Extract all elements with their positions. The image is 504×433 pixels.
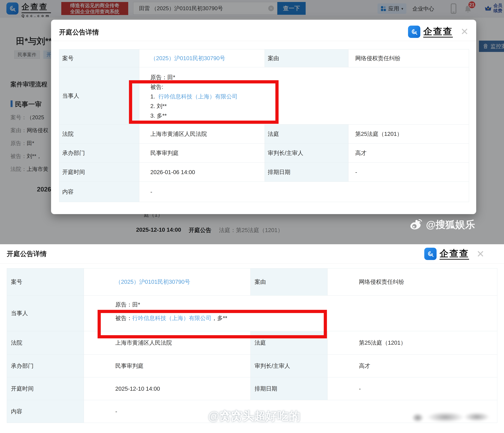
time-label-cell: 开庭时间 <box>59 163 139 182</box>
weibo-icon <box>409 219 423 231</box>
cause-label-cell: 案由 <box>265 49 349 67</box>
schedule-label-cell: 排期日期 <box>251 377 328 400</box>
dept-label-cell: 承办部门 <box>59 144 139 163</box>
modal-brand-text: 企查查 <box>423 26 453 37</box>
judge-label-cell: 审判长/主审人 <box>265 144 349 163</box>
modal-title: 开庭公告详情 <box>59 28 99 37</box>
close-icon: ✕ <box>477 249 485 259</box>
modal-title: 开庭公告详情 <box>7 249 47 258</box>
case-no-label-cell: 案号 <box>7 269 84 296</box>
case-number-link[interactable]: （2025）沪0101民初30790号 <box>115 278 190 286</box>
modal-header-divider <box>51 41 476 41</box>
page: 企查查 Qcc.com 缔造有远见的商业传奇 全国企业信用查询系统 ✕ 查一下 … <box>0 0 504 433</box>
court-label-cell: 法院 <box>59 125 139 144</box>
judge-value-cell: 高才 <box>349 144 469 163</box>
sohu-watermark: @搜狐娱乐 <box>409 218 475 231</box>
content-label-cell: 内容 <box>59 182 139 202</box>
cause-label-cell: 案由 <box>251 269 328 296</box>
modal-header-divider <box>0 263 504 263</box>
parties-label-cell: 当事人 <box>7 296 84 331</box>
judge-label-cell: 审判长/主审人 <box>251 355 328 377</box>
plaintiff-line: 原告：田* <box>115 298 497 311</box>
modal-brand: 企查查 <box>408 26 453 38</box>
schedule-value-cell: - <box>349 163 469 182</box>
wowotou-watermark: @窝窝头超好吃的 <box>189 408 300 424</box>
schedule-value-cell: - <box>328 377 497 400</box>
modal-brand-text: 企查查 <box>440 248 469 260</box>
case-no-label-cell: 案号 <box>59 49 139 67</box>
room-value-cell: 第25法庭（1201） <box>328 331 497 355</box>
hearing-detail-modal-bottom: 开庭公告详情 企查查 ✕ 案号 （2025）沪0101民初30790号 案由 网… <box>0 244 504 433</box>
time-label-cell: 开庭时间 <box>7 377 84 400</box>
content-label-cell: 内容 <box>7 400 84 423</box>
close-icon: ✕ <box>460 26 468 37</box>
case-no-value-cell: （2025）沪0101民初30790号 <box>139 49 265 67</box>
modal-close-button[interactable]: ✕ <box>460 27 468 36</box>
room-label-cell: 法庭 <box>265 125 349 144</box>
room-value-cell: 第25法庭（1201） <box>349 125 469 144</box>
parties-label-cell: 当事人 <box>59 67 139 125</box>
content-value-cell: - <box>139 182 469 202</box>
qcc-mini-logo-icon <box>408 26 420 38</box>
sohu-watermark-text: @搜狐娱乐 <box>426 218 475 231</box>
hearing-detail-table: 案号 （2025）沪0101民初30790号 案由 网络侵权责任纠纷 当事人 原… <box>59 49 469 202</box>
time-value-cell: 2025-12-10 14:00 <box>84 377 251 400</box>
case-number-link[interactable]: （2025）沪0101民初30790号 <box>150 54 225 62</box>
judge-value-cell: 高才 <box>328 355 497 377</box>
modal-brand: 企查查 <box>424 248 469 260</box>
cause-value-cell: 网络侵权责任纠纷 <box>349 49 469 67</box>
modal-close-button[interactable]: ✕ <box>477 249 485 259</box>
wowotou-watermark-text: @窝窝头超好吃的 <box>208 408 300 424</box>
qcc-mini-logo-icon <box>424 248 437 260</box>
schedule-label-cell: 排期日期 <box>265 163 349 182</box>
cause-value-cell: 网络侵权责任纠纷 <box>328 269 497 296</box>
time-value-cell: 2026-01-06 14:00 <box>139 163 265 182</box>
hearing-detail-table: 案号 （2025）沪0101民初30790号 案由 网络侵权责任纠纷 当事人 原… <box>7 268 497 423</box>
defendants-highlight-box <box>98 310 327 338</box>
smudged-watermark <box>408 406 492 428</box>
dept-value-cell: 民事审判庭 <box>84 355 251 377</box>
defendants-highlight-box <box>129 80 279 124</box>
case-no-value-cell: （2025）沪0101民初30790号 <box>84 269 251 296</box>
court-label-cell: 法院 <box>7 331 84 355</box>
dept-value-cell: 民事审判庭 <box>139 144 265 163</box>
weibo-icon <box>189 409 205 423</box>
court-value-cell: 上海市黄浦区人民法院 <box>139 125 265 144</box>
dept-label-cell: 承办部门 <box>7 355 84 377</box>
